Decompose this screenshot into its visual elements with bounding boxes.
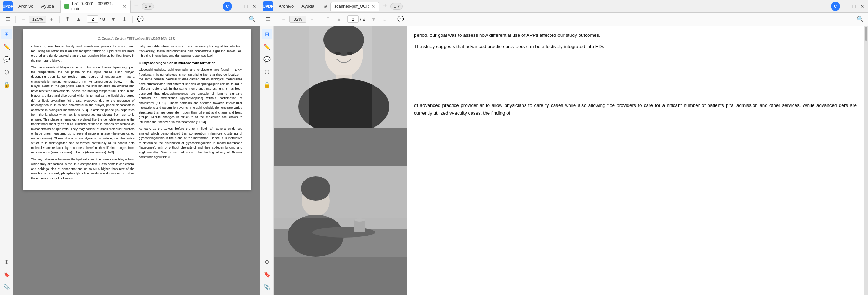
right-zoom-control: − 32% + [279,14,317,24]
svg-point-6 [335,52,341,55]
paper-col-right: cally favorable interactions which are n… [139,44,242,183]
left-tab-main[interactable]: 1-s2.0-S001...009831-main ✕ [60,0,131,13]
right-sidebar-toggle[interactable]: ☰ [263,14,273,24]
left-page-sep: / [100,16,101,22]
right-sidebar-comment[interactable]: 💬 [262,54,272,64]
left-zoom-in-btn[interactable]: + [47,14,56,24]
paper-para-3: The key difference between the lipid raf… [31,157,135,181]
right-comment-btn[interactable]: 💬 [396,14,406,24]
left-menu-ayuda[interactable]: Ayuda [38,2,58,10]
left-sidebar-protect[interactable]: 🔒 [1,79,12,90]
right-zoom-value[interactable]: 32% [289,16,306,23]
left-sidebar: ⊞ ✏️ 💬 ⬡ 🔒 ⊕ 🔖 📎 [0,26,13,295]
left-sidebar-convert[interactable]: ⬡ [1,67,12,77]
left-zoom-value[interactable]: 125% [29,16,46,23]
left-search-btn[interactable]: 🔍 [247,14,257,24]
left-page-input[interactable] [87,15,98,23]
paper-para-2: The membrane lipid bilayer can exist in … [31,65,135,155]
right-sidebar-protect[interactable]: 🔒 [262,79,272,90]
right-app-logo: UPDF [263,1,273,11]
right-pdf-content: period, our goal was to assess how diffe… [274,26,868,295]
left-tab-close[interactable]: ✕ [122,4,127,9]
left-comment-btn[interactable]: 💬 [135,14,145,24]
right-sidebar-edit[interactable]: ✏️ [262,41,272,52]
paper-para-6: As early as the 1970s, before the term "… [139,126,242,160]
right-menu-archivo[interactable]: Archivo [275,2,297,10]
left-sidebar-layers[interactable]: ⊕ [1,256,12,267]
left-toolbar: ☰ − 125% + ⤒ ▲ / 8 ▼ ⤓ 💬 🔍 [0,13,260,26]
right-search-btn[interactable]: 🔍 [855,14,865,24]
left-minimize-btn[interactable]: — [235,4,240,9]
left-nav-top-btn[interactable]: ⤒ [62,14,72,24]
left-menu-archivo[interactable]: Archivo [15,2,37,10]
right-sidebar-layers[interactable]: ⊕ [262,256,272,267]
paper-para-4: cally favorable interactions which are n… [139,44,242,59]
right-tab-counter[interactable]: 1 ▾ [390,3,403,10]
left-sidebar-toggle[interactable]: ☰ [3,14,13,24]
left-pdf-page: G. Gupta, A. Surolia / FEBS Letters 584 … [23,29,251,190]
right-zoom-in-btn[interactable]: + [307,14,317,24]
left-maximize-btn[interactable]: □ [243,4,249,9]
svg-point-7 [347,52,353,55]
svg-rect-18 [354,220,365,232]
photo-bottom-svg [274,166,407,257]
left-sidebar-edit[interactable]: ✏️ [1,41,12,52]
right-scrollbar[interactable] [864,26,868,295]
right-sidebar-attach[interactable]: 📎 [262,282,272,292]
left-sidebar-comment[interactable]: 💬 [1,54,12,64]
svg-point-16 [312,227,375,238]
photo-bottom [274,128,407,295]
left-nav-down-btn[interactable]: ▼ [108,14,118,24]
paper-col-left: influencing membrane fluidity and membra… [31,44,135,183]
right-sep2 [320,16,320,23]
right-nav-down-btn[interactable]: ▼ [369,14,379,24]
right-sidebar-home[interactable]: ⊞ [262,29,272,39]
right-nav-top-btn[interactable]: ⤒ [323,14,333,24]
left-tab-counter[interactable]: 1 ▾ [142,3,154,10]
right-sidebar-convert[interactable]: ⬡ [262,67,272,77]
right-close-btn[interactable]: ✕ [860,4,865,9]
right-tab-close[interactable]: ✕ [371,4,375,9]
image-panel [274,26,407,295]
right-nav-up-btn[interactable]: ▲ [334,14,344,24]
paper-section-heading: 3. Glycosphingolipids in microdomain for… [139,61,242,66]
svg-point-19 [354,218,365,222]
right-tab-add[interactable]: + [381,2,389,11]
left-nav-bottom-btn[interactable]: ⤓ [120,14,129,24]
left-sidebar-attach[interactable]: 📎 [1,282,12,292]
right-maximize-btn[interactable]: □ [851,4,857,9]
right-text-block1: period, our goal was to assess how diffe… [414,32,857,39]
left-sidebar-home[interactable]: ⊞ [1,29,12,39]
left-page-total: 8 [102,16,105,22]
left-user-avatar[interactable]: C [223,2,232,11]
svg-rect-17 [274,166,407,218]
sep3 [132,16,133,23]
right-user-avatar[interactable]: C [831,2,840,11]
right-sidebar: ⊞ ✏️ 💬 ⬡ 🔒 ⊕ 🔖 📎 [260,26,274,295]
left-zoom-out-btn[interactable]: − [19,14,28,24]
left-sidebar-bookmark[interactable]: 🔖 [1,269,12,280]
right-tab-main[interactable]: scanned-pdf_OCR ✕ [330,2,379,11]
left-menu: Archivo Ayuda [15,2,58,10]
left-main-area: ⊞ ✏️ 💬 ⬡ 🔒 ⊕ 🔖 📎 G. Gupta, A. Surolia / … [0,26,260,295]
right-page-input[interactable] [347,15,359,23]
paper-para-5: Glycosphingolipids, sphingomyelin and ch… [139,68,242,124]
right-nav-bottom-btn[interactable]: ⤓ [380,14,390,24]
paper-header: G. Gupta, A. Surolia / FEBS Letters 584 … [31,36,242,41]
right-minimize-btn[interactable]: — [843,4,848,9]
right-page-nav: / 2 [345,15,367,23]
left-page-nav: / 8 [85,15,107,23]
left-tab-add[interactable]: + [132,2,140,11]
right-zoom-out-btn[interactable]: − [279,14,289,24]
left-nav-up-btn[interactable]: ▲ [74,14,84,24]
left-tab-doc-icon [64,4,69,9]
right-text-block3: of advanced practice provider ar to allo… [414,102,857,117]
left-close-btn[interactable]: ✕ [252,4,257,9]
svg-rect-8 [274,26,309,128]
photo-top-svg [274,26,407,128]
left-app-logo: UPDF [3,1,13,11]
right-sidebar-bookmark[interactable]: 🔖 [262,269,272,280]
sep1 [15,16,16,23]
right-menu-ayuda[interactable]: Ayuda [298,2,318,10]
right-text-bottom: of advanced practice provider ar to allo… [407,96,864,295]
